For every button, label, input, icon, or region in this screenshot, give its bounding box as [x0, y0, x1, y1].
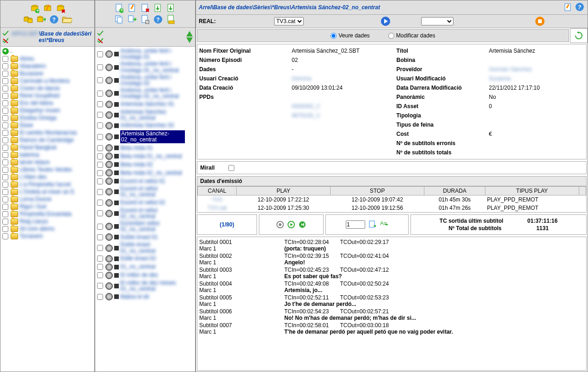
item-label[interactable]: Escent el vellut 02	[120, 200, 165, 206]
folder-node[interactable]: Abacateiro	[1, 62, 93, 70]
item-node[interactable]: Artemisia Sánchez-02_no_centrat	[96, 130, 194, 144]
item-node[interactable]: Andreva, umbe ferti i Uvodags 01_no_cent…	[96, 61, 194, 73]
folder-checkbox[interactable]	[2, 100, 8, 106]
item-node[interactable]: Andreva, umbe ferti i Uvodags 01	[96, 48, 194, 61]
item-label[interactable]: Dubte enast 01_no_central	[120, 242, 185, 254]
item-label[interactable]: Escentant vellut 02_no_central	[120, 220, 185, 232]
item-node[interactable]: Beta mida 01	[96, 144, 194, 152]
item-label[interactable]: Artemisia Sánchez-02_no_centrat	[120, 130, 185, 143]
folder-node[interactable]: Pimpinella Encantata	[1, 210, 93, 218]
folder-node[interactable]: L'Ordeta al miser an E	[1, 188, 93, 195]
subtitle-entry[interactable]: Subtítol 0003TCIn=00:02:45:23TCOut=00:02…	[199, 267, 584, 280]
folder-checkbox[interactable]	[2, 85, 8, 91]
doc-import2-icon[interactable]	[166, 3, 176, 13]
item-checkbox[interactable]	[97, 256, 103, 262]
item-label[interactable]: Artemisia Sánchez 01	[120, 101, 174, 107]
db-add-icon[interactable]: +	[30, 3, 40, 13]
folder-checkbox[interactable]	[2, 204, 8, 210]
folder-node[interactable]: Abreu	[1, 55, 93, 62]
item-node[interactable]: Dubte enast 01	[96, 233, 194, 241]
doc-copy-icon[interactable]	[114, 14, 124, 24]
folder-node[interactable]: El cambis Montanacras	[1, 129, 93, 136]
subtitle-entry[interactable]: Subtítol 0001TCIn=00:02:28:04TCOut=00:02…	[199, 239, 584, 252]
doc-link-icon[interactable]	[140, 14, 150, 24]
folder-label[interactable]: Coven de danze	[19, 85, 60, 91]
item-label[interactable]: Artemisia Sánchez 02	[120, 122, 174, 128]
folder-checkbox[interactable]	[2, 130, 8, 136]
item-checkbox[interactable]	[97, 64, 103, 70]
refresh-button[interactable]	[570, 28, 588, 43]
item-node[interactable]: Beta mida 01_no_central	[96, 152, 194, 160]
help2-icon[interactable]: ?	[153, 14, 163, 24]
folder-checkbox[interactable]	[2, 71, 8, 77]
folder-label[interactable]: L'Ordeta al miser an E	[19, 189, 74, 195]
doc-save-icon[interactable]	[166, 14, 176, 24]
item-label[interactable]: El millor de dez meses 01_no_central	[120, 280, 185, 292]
folder-label[interactable]: Llibres Teules Verdes	[19, 166, 72, 173]
folder-checkbox[interactable]	[2, 226, 8, 232]
folder-label[interactable]: Abacateiro	[19, 63, 46, 69]
item-checkbox[interactable]	[97, 178, 103, 184]
folder-label[interactable]: Carnivale a Montera	[19, 78, 69, 84]
folder-checkbox[interactable]	[2, 219, 8, 225]
folder-node[interactable]: katerina	[1, 151, 93, 159]
folder-label[interactable]: larver letace	[19, 159, 49, 165]
folder-label[interactable]: Pimpinella Encantata	[19, 211, 72, 217]
folder-checkbox[interactable]	[2, 159, 8, 165]
item-node[interactable]: Escent el vellut 02_no_central	[96, 207, 194, 220]
folder-label[interactable]: Ekwe	[19, 122, 33, 128]
folder-label[interactable]: Reig Llacys	[19, 218, 48, 225]
folder-node[interactable]: Ekwe	[1, 122, 93, 129]
item-node[interactable]: Escent el vellut 02	[96, 199, 194, 207]
edit-page-icon[interactable]	[563, 2, 573, 12]
folder-label[interactable]: Bucarane	[19, 70, 43, 77]
emis-row[interactable]: TV3 cat12-10-2009 17:25:3012-10-2009 19:…	[198, 204, 586, 212]
doc-add-icon[interactable]: +	[114, 3, 124, 13]
item-checkbox[interactable]	[97, 200, 103, 206]
folder-checkbox[interactable]	[2, 78, 8, 84]
folder-label[interactable]: El cambis Montanacras	[19, 129, 77, 136]
folder-node[interactable]: L'Alten des	[1, 173, 93, 181]
folder-checkbox[interactable]	[2, 56, 8, 62]
item-node[interactable]: Beta mida 02_no_central	[96, 169, 194, 177]
play-small-icon[interactable]	[288, 221, 295, 228]
item-label[interactable]: Beta mida 01_no_central	[120, 153, 182, 159]
check-all2-icon[interactable]	[97, 30, 104, 36]
item-checkbox[interactable]	[97, 210, 103, 216]
folder-checkbox[interactable]	[2, 189, 8, 195]
subtitle-entry[interactable]: Subtítol 0006TCIn=00:02:54:23TCOut=00:02…	[199, 308, 584, 321]
item-label[interactable]: Escent el vellut 01	[120, 178, 165, 184]
back-icon[interactable]	[2, 48, 9, 55]
folder-open-icon[interactable]	[62, 14, 72, 24]
uncheck-all2-icon[interactable]	[97, 38, 104, 43]
back-node[interactable]: ..	[1, 48, 93, 55]
stop-icon[interactable]	[535, 16, 545, 26]
item-label[interactable]: Andreva, umbe ferti i Uvodags 01	[120, 48, 185, 60]
item-checkbox[interactable]	[97, 145, 103, 151]
help3-icon[interactable]: ?	[575, 2, 585, 12]
folder-label[interactable]: Ebegwhyr insein	[19, 107, 60, 114]
item-label[interactable]: Mabra el dir	[120, 294, 149, 300]
folder-node[interactable]: Bucarane	[1, 70, 93, 77]
item-node[interactable]: El millor de dez	[96, 271, 194, 280]
goto-doc-icon[interactable]	[369, 220, 376, 229]
folder-checkbox[interactable]	[2, 233, 8, 239]
folder-label[interactable]: Lorna Doone	[19, 196, 51, 202]
folder-checkbox[interactable]	[2, 108, 8, 114]
item-checkbox[interactable]	[97, 153, 103, 159]
folder-checkbox[interactable]	[2, 145, 8, 151]
subtitle-list[interactable]: Subtítol 0001TCIn=00:02:28:04TCOut=00:02…	[197, 237, 587, 371]
goto-input[interactable]	[346, 220, 365, 229]
item-label[interactable]: 01_no_central	[120, 264, 155, 270]
item-checkbox[interactable]	[97, 224, 103, 230]
help-icon[interactable]: ?	[49, 14, 59, 24]
item-checkbox[interactable]	[97, 91, 103, 97]
item-checkbox[interactable]	[97, 101, 103, 107]
item-label[interactable]: Edde enast 02	[120, 256, 156, 262]
subtitle-entry[interactable]: Subtítol 0004TCIn=00:02:49:08TCOut=00:02…	[199, 281, 584, 293]
item-checkbox[interactable]	[97, 112, 103, 118]
next-icon[interactable]	[299, 221, 306, 228]
folder-node[interactable]: Enc del liebra	[1, 99, 93, 107]
item-label[interactable]: Andreva, umbe ferti i Uvodags 02_no_cent…	[120, 87, 185, 99]
folder-node[interactable]: Coven de danze	[1, 85, 93, 92]
